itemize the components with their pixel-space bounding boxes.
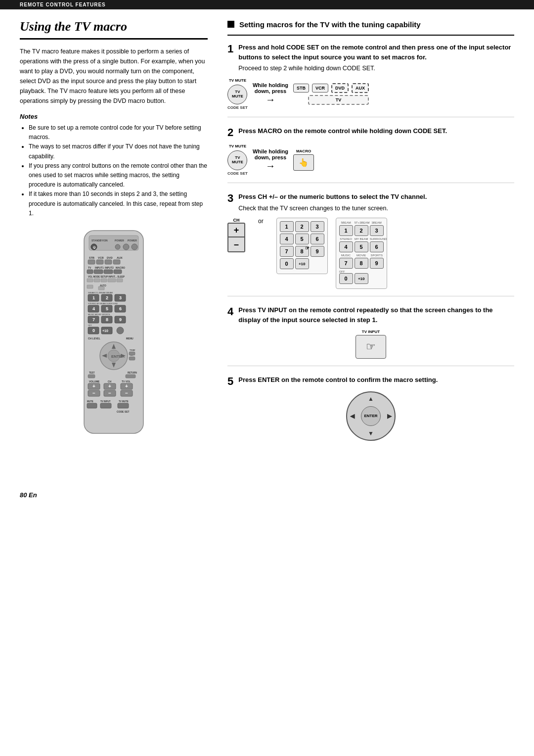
tv-input-finger-icon: ☞ bbox=[366, 340, 376, 353]
svg-rect-22 bbox=[87, 270, 93, 274]
num-2: 2 bbox=[295, 221, 309, 232]
vcr-btn: VCR bbox=[312, 84, 328, 93]
svg-text:VCR: VCR bbox=[98, 256, 104, 259]
svg-rect-30 bbox=[108, 279, 116, 282]
svg-text:POWER: POWER bbox=[128, 239, 137, 242]
svg-point-8 bbox=[123, 244, 129, 250]
svg-text:TV: TV bbox=[88, 266, 91, 269]
svg-rect-23 bbox=[94, 270, 103, 274]
tv-mute-label: TV MUTE bbox=[229, 78, 246, 83]
notes-title: Notes bbox=[20, 113, 208, 120]
svg-rect-16 bbox=[105, 260, 112, 264]
svg-text:CH LEVEL: CH LEVEL bbox=[88, 337, 100, 340]
svg-text:POWER: POWER bbox=[115, 239, 124, 242]
nav-pad: ▲ ▼ ◀ ▶ ENTER bbox=[346, 391, 396, 441]
r-num-8: 8 bbox=[355, 258, 368, 269]
arrow-right-2: → bbox=[253, 160, 288, 172]
svg-text:TV VOL: TV VOL bbox=[122, 380, 131, 383]
step-3: 3 Press CH +/– or the numeric buttons to… bbox=[227, 192, 514, 296]
step-5-illustration: ▲ ▼ ◀ ▶ ENTER bbox=[227, 391, 514, 441]
num-6: 6 bbox=[311, 234, 324, 244]
arrow-right-1: → bbox=[253, 94, 288, 105]
svg-text:CODE SET: CODE SET bbox=[117, 410, 130, 413]
svg-rect-97 bbox=[87, 403, 97, 408]
holding-text-1: While holdingdown, press bbox=[253, 82, 288, 94]
svg-rect-78 bbox=[126, 375, 135, 378]
svg-point-7 bbox=[115, 244, 120, 249]
svg-rect-77 bbox=[88, 375, 95, 378]
svg-rect-27 bbox=[87, 279, 93, 282]
r-num-3: 3 bbox=[370, 225, 384, 236]
tv-mute-group: TV MUTE TVMUTE CODE SET bbox=[227, 78, 248, 110]
left-column: Using the TV macro The TV macro feature … bbox=[20, 19, 208, 457]
svg-rect-98 bbox=[100, 403, 111, 408]
section-header: Setting macros for the TV with the tunin… bbox=[227, 19, 514, 36]
step-4-number: 4 bbox=[227, 305, 233, 318]
page: REMOTE CONTROL FEATURES Using the TV mac… bbox=[0, 0, 534, 756]
svg-rect-99 bbox=[118, 403, 129, 408]
svg-text:MUSIC MOVIE SPORTS: MUSIC MOVIE SPORTS bbox=[88, 313, 110, 316]
svg-rect-17 bbox=[113, 260, 120, 264]
input-buttons-group: STB VCR DVD AUX TV bbox=[293, 83, 369, 105]
nav-arrow-down: ▼ bbox=[368, 430, 374, 437]
note-item: The ways to set macros differ if your TV… bbox=[29, 142, 208, 161]
svg-text:⏻: ⏻ bbox=[93, 246, 96, 249]
section-header-title: Setting macros for the TV with the tunin… bbox=[239, 19, 421, 30]
svg-text:MUTE: MUTE bbox=[87, 400, 93, 403]
svg-rect-29 bbox=[101, 279, 107, 282]
svg-text:OFF: OFF bbox=[88, 324, 92, 327]
r-num-5: 5 bbox=[355, 241, 368, 252]
svg-text:–: – bbox=[92, 390, 95, 396]
holding-instruction-2: While holdingdown, press → bbox=[253, 148, 288, 172]
svg-rect-25 bbox=[114, 270, 122, 274]
note-item: If it takes more than 10 seconds in step… bbox=[29, 189, 208, 218]
step-4-text: Press TV INPUT on the remote control rep… bbox=[238, 306, 492, 324]
svg-text:5BEAM 5T+3BEAM 3BEAM: 5BEAM 5T+3BEAM 3BEAM bbox=[88, 291, 113, 294]
svg-text:3: 3 bbox=[119, 295, 122, 300]
r-num-2: 2 bbox=[355, 225, 368, 236]
svg-text:MACRO: MACRO bbox=[116, 266, 125, 269]
step-2-number: 2 bbox=[227, 126, 233, 139]
svg-text:9: 9 bbox=[119, 317, 122, 322]
num-1: 1 bbox=[280, 221, 294, 232]
svg-point-9 bbox=[132, 244, 137, 250]
macro-btn: 👆 bbox=[293, 154, 314, 171]
code-set-label-2: CODE SET bbox=[227, 171, 248, 176]
macro-label: MACRO bbox=[293, 149, 314, 153]
step-3-number: 3 bbox=[227, 192, 233, 205]
svg-text:STANDBY/ON: STANDBY/ON bbox=[91, 239, 108, 242]
ch-plus-minus: + – bbox=[227, 223, 245, 252]
svg-text:DVD: DVD bbox=[107, 256, 113, 259]
r-num-plus10: +10 bbox=[355, 273, 368, 284]
r-num-6: 6 bbox=[370, 241, 384, 252]
svg-text:5: 5 bbox=[106, 306, 108, 311]
nav-arrow-right: ▶ bbox=[387, 413, 392, 420]
svg-text:–: – bbox=[125, 390, 128, 396]
r-num-1: 1 bbox=[339, 225, 353, 236]
r-num-4: 4 bbox=[339, 241, 353, 252]
step-2: 2 Press MACRO on the remote control whil… bbox=[227, 126, 514, 183]
svg-text:INPUT1: INPUT1 bbox=[95, 266, 104, 269]
step-1-illustration: TV MUTE TVMUTE CODE SET While holdingdow… bbox=[227, 78, 514, 110]
svg-rect-34 bbox=[98, 286, 104, 290]
step-1-number: 1 bbox=[227, 43, 233, 55]
svg-rect-15 bbox=[96, 260, 103, 264]
svg-rect-31 bbox=[117, 279, 123, 282]
page-title: Using the TV macro bbox=[20, 19, 208, 40]
svg-text:INPUT2: INPUT2 bbox=[105, 266, 114, 269]
note-item: If you press any control buttons on the … bbox=[29, 161, 208, 190]
svg-rect-28 bbox=[94, 279, 100, 282]
num-5: 5 bbox=[295, 234, 309, 244]
step-1-text: Press and hold CODE SET on the remote co… bbox=[238, 44, 511, 61]
num-9: 9 bbox=[311, 246, 324, 257]
num-grid-left: 1 2 3 4 5 6 7 bbox=[276, 218, 328, 274]
or-text: or bbox=[258, 218, 264, 225]
svg-text:TV/AV: TV/AV bbox=[130, 349, 135, 351]
num-7: 7 bbox=[280, 246, 294, 257]
tv-mute-btn: TVMUTE bbox=[227, 85, 247, 104]
svg-rect-24 bbox=[104, 270, 113, 274]
num-grid-right: 5BEAM 5T+3BEAM 3BEAM 1 2 3 STEREO bbox=[336, 218, 387, 289]
r-num-9: 9 bbox=[370, 258, 384, 269]
svg-text:VOL MODE SETUP INPUT... SLEEP: VOL MODE SETUP INPUT... SLEEP bbox=[88, 276, 125, 278]
ch-minus-btn: – bbox=[227, 237, 245, 252]
